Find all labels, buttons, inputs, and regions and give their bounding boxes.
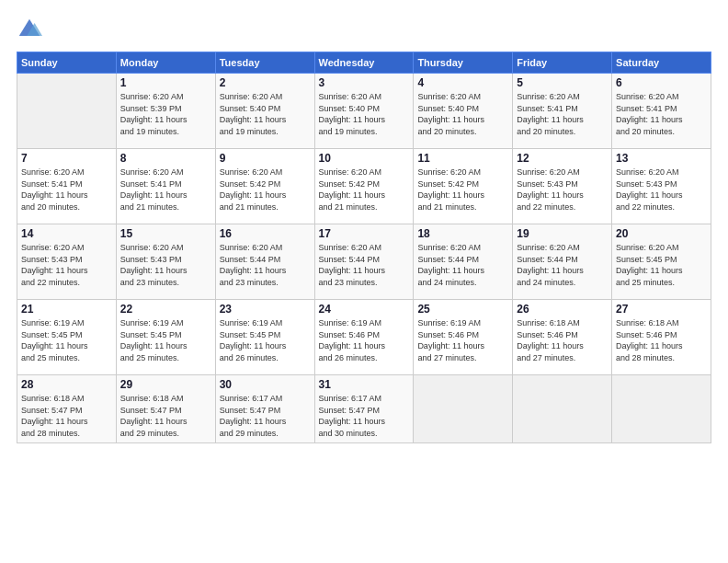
day-number: 12: [517, 152, 608, 165]
calendar-cell: 31Sunrise: 6:17 AM Sunset: 5:47 PM Dayli…: [314, 375, 414, 443]
day-info: Sunrise: 6:20 AM Sunset: 5:41 PM Dayligh…: [120, 167, 211, 213]
calendar-week-row: 7Sunrise: 6:20 AM Sunset: 5:41 PM Daylig…: [17, 149, 711, 224]
day-number: 2: [220, 76, 311, 89]
weekday-header: Sunday: [17, 52, 117, 74]
day-number: 21: [21, 303, 112, 316]
calendar-cell: [612, 375, 711, 443]
day-info: Sunrise: 6:19 AM Sunset: 5:45 PM Dayligh…: [120, 317, 211, 363]
calendar-cell: 24Sunrise: 6:19 AM Sunset: 5:46 PM Dayli…: [314, 300, 414, 375]
day-number: 5: [517, 76, 608, 89]
calendar-cell: 29Sunrise: 6:18 AM Sunset: 5:47 PM Dayli…: [116, 375, 215, 443]
day-number: 1: [120, 76, 211, 89]
day-info: Sunrise: 6:20 AM Sunset: 5:45 PM Dayligh…: [616, 242, 707, 288]
calendar-cell: 17Sunrise: 6:20 AM Sunset: 5:44 PM Dayli…: [314, 224, 414, 300]
day-info: Sunrise: 6:20 AM Sunset: 5:44 PM Dayligh…: [319, 242, 410, 288]
day-number: 3: [319, 76, 410, 89]
page-container: SundayMondayTuesdayWednesdayThursdayFrid…: [0, 0, 728, 453]
day-info: Sunrise: 6:18 AM Sunset: 5:46 PM Dayligh…: [517, 317, 608, 363]
calendar-cell: 20Sunrise: 6:20 AM Sunset: 5:45 PM Dayli…: [612, 224, 711, 300]
calendar-cell: 2Sunrise: 6:20 AM Sunset: 5:40 PM Daylig…: [215, 74, 314, 149]
calendar-week-row: 1Sunrise: 6:20 AM Sunset: 5:39 PM Daylig…: [17, 74, 711, 149]
calendar-cell: 6Sunrise: 6:20 AM Sunset: 5:41 PM Daylig…: [612, 74, 711, 149]
calendar-cell: 9Sunrise: 6:20 AM Sunset: 5:42 PM Daylig…: [215, 149, 314, 224]
day-number: 24: [319, 303, 410, 316]
day-info: Sunrise: 6:19 AM Sunset: 5:46 PM Dayligh…: [417, 317, 508, 363]
weekday-header-row: SundayMondayTuesdayWednesdayThursdayFrid…: [17, 52, 711, 74]
calendar-cell: 13Sunrise: 6:20 AM Sunset: 5:43 PM Dayli…: [612, 149, 711, 224]
header: [17, 17, 711, 42]
calendar-cell: 26Sunrise: 6:18 AM Sunset: 5:46 PM Dayli…: [513, 300, 612, 375]
calendar-cell: 14Sunrise: 6:20 AM Sunset: 5:43 PM Dayli…: [17, 224, 117, 300]
day-number: 22: [120, 303, 211, 316]
day-info: Sunrise: 6:20 AM Sunset: 5:44 PM Dayligh…: [417, 242, 508, 288]
day-number: 29: [120, 378, 211, 391]
day-info: Sunrise: 6:18 AM Sunset: 5:47 PM Dayligh…: [120, 393, 211, 439]
calendar-cell: 18Sunrise: 6:20 AM Sunset: 5:44 PM Dayli…: [414, 224, 513, 300]
calendar-cell: 30Sunrise: 6:17 AM Sunset: 5:47 PM Dayli…: [215, 375, 314, 443]
calendar-cell: 16Sunrise: 6:20 AM Sunset: 5:44 PM Dayli…: [215, 224, 314, 300]
calendar-cell: [513, 375, 612, 443]
calendar-cell: 4Sunrise: 6:20 AM Sunset: 5:40 PM Daylig…: [414, 74, 513, 149]
day-number: 13: [616, 152, 707, 165]
day-info: Sunrise: 6:17 AM Sunset: 5:47 PM Dayligh…: [319, 393, 410, 439]
day-number: 28: [21, 378, 112, 391]
day-info: Sunrise: 6:20 AM Sunset: 5:43 PM Dayligh…: [120, 242, 211, 288]
calendar-cell: 28Sunrise: 6:18 AM Sunset: 5:47 PM Dayli…: [17, 375, 117, 443]
weekday-header: Monday: [116, 52, 215, 74]
day-info: Sunrise: 6:20 AM Sunset: 5:41 PM Dayligh…: [517, 91, 608, 137]
calendar-cell: 8Sunrise: 6:20 AM Sunset: 5:41 PM Daylig…: [116, 149, 215, 224]
calendar-cell: 15Sunrise: 6:20 AM Sunset: 5:43 PM Dayli…: [116, 224, 215, 300]
calendar-cell: 10Sunrise: 6:20 AM Sunset: 5:42 PM Dayli…: [314, 149, 414, 224]
logo: [17, 17, 46, 42]
calendar-cell: [414, 375, 513, 443]
day-number: 11: [417, 152, 508, 165]
calendar-week-row: 21Sunrise: 6:19 AM Sunset: 5:45 PM Dayli…: [17, 300, 711, 375]
day-info: Sunrise: 6:20 AM Sunset: 5:44 PM Dayligh…: [220, 242, 311, 288]
calendar-cell: 7Sunrise: 6:20 AM Sunset: 5:41 PM Daylig…: [17, 149, 117, 224]
day-number: 4: [417, 76, 508, 89]
day-info: Sunrise: 6:20 AM Sunset: 5:43 PM Dayligh…: [21, 242, 112, 288]
day-info: Sunrise: 6:20 AM Sunset: 5:42 PM Dayligh…: [319, 167, 410, 213]
day-info: Sunrise: 6:20 AM Sunset: 5:44 PM Dayligh…: [517, 242, 608, 288]
day-number: 26: [517, 303, 608, 316]
calendar-cell: 12Sunrise: 6:20 AM Sunset: 5:43 PM Dayli…: [513, 149, 612, 224]
day-number: 18: [417, 227, 508, 240]
day-number: 16: [220, 227, 311, 240]
day-info: Sunrise: 6:19 AM Sunset: 5:45 PM Dayligh…: [220, 317, 311, 363]
day-info: Sunrise: 6:18 AM Sunset: 5:47 PM Dayligh…: [21, 393, 112, 439]
day-info: Sunrise: 6:20 AM Sunset: 5:43 PM Dayligh…: [616, 167, 707, 213]
weekday-header: Friday: [513, 52, 612, 74]
calendar-cell: 21Sunrise: 6:19 AM Sunset: 5:45 PM Dayli…: [17, 300, 117, 375]
day-number: 14: [21, 227, 112, 240]
day-info: Sunrise: 6:20 AM Sunset: 5:42 PM Dayligh…: [417, 167, 508, 213]
day-number: 25: [417, 303, 508, 316]
calendar-week-row: 28Sunrise: 6:18 AM Sunset: 5:47 PM Dayli…: [17, 375, 711, 443]
calendar-cell: 3Sunrise: 6:20 AM Sunset: 5:40 PM Daylig…: [314, 74, 414, 149]
day-info: Sunrise: 6:20 AM Sunset: 5:41 PM Dayligh…: [616, 91, 707, 137]
day-number: 23: [220, 303, 311, 316]
day-number: 15: [120, 227, 211, 240]
calendar-cell: 25Sunrise: 6:19 AM Sunset: 5:46 PM Dayli…: [414, 300, 513, 375]
weekday-header: Saturday: [612, 52, 711, 74]
day-number: 30: [220, 378, 311, 391]
day-info: Sunrise: 6:20 AM Sunset: 5:42 PM Dayligh…: [220, 167, 311, 213]
day-number: 19: [517, 227, 608, 240]
day-info: Sunrise: 6:17 AM Sunset: 5:47 PM Dayligh…: [220, 393, 311, 439]
day-number: 7: [21, 152, 112, 165]
day-info: Sunrise: 6:19 AM Sunset: 5:46 PM Dayligh…: [319, 317, 410, 363]
calendar-cell: 1Sunrise: 6:20 AM Sunset: 5:39 PM Daylig…: [116, 74, 215, 149]
calendar-cell: 27Sunrise: 6:18 AM Sunset: 5:46 PM Dayli…: [612, 300, 711, 375]
calendar-cell: 11Sunrise: 6:20 AM Sunset: 5:42 PM Dayli…: [414, 149, 513, 224]
calendar-week-row: 14Sunrise: 6:20 AM Sunset: 5:43 PM Dayli…: [17, 224, 711, 300]
day-info: Sunrise: 6:20 AM Sunset: 5:43 PM Dayligh…: [517, 167, 608, 213]
logo-icon: [17, 17, 42, 42]
day-number: 20: [616, 227, 707, 240]
calendar-cell: 5Sunrise: 6:20 AM Sunset: 5:41 PM Daylig…: [513, 74, 612, 149]
day-info: Sunrise: 6:20 AM Sunset: 5:41 PM Dayligh…: [21, 167, 112, 213]
weekday-header: Wednesday: [314, 52, 414, 74]
day-number: 27: [616, 303, 707, 316]
day-info: Sunrise: 6:18 AM Sunset: 5:46 PM Dayligh…: [616, 317, 707, 363]
calendar-cell: 23Sunrise: 6:19 AM Sunset: 5:45 PM Dayli…: [215, 300, 314, 375]
calendar-cell: 19Sunrise: 6:20 AM Sunset: 5:44 PM Dayli…: [513, 224, 612, 300]
day-number: 9: [220, 152, 311, 165]
